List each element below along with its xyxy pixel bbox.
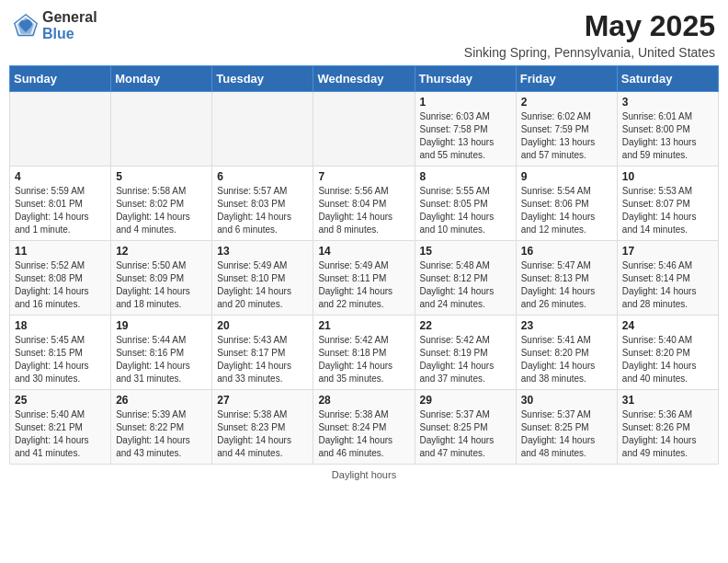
day-number: 28 [318, 394, 409, 407]
calendar-cell: 11Sunrise: 5:52 AM Sunset: 8:08 PM Dayli… [10, 241, 111, 316]
logo-icon [13, 13, 39, 39]
day-info: Sunrise: 5:49 AM Sunset: 8:10 PM Dayligh… [217, 259, 308, 311]
calendar-cell: 9Sunrise: 5:54 AM Sunset: 8:06 PM Daylig… [516, 167, 617, 241]
day-number: 9 [521, 170, 612, 183]
day-number: 16 [521, 245, 612, 258]
day-number: 22 [420, 319, 511, 332]
logo-text: General Blue [42, 9, 97, 41]
day-number: 5 [116, 170, 207, 183]
location: Sinking Spring, Pennsylvania, United Sta… [464, 45, 715, 60]
calendar-cell: 30Sunrise: 5:37 AM Sunset: 8:25 PM Dayli… [516, 390, 617, 465]
calendar-cell: 28Sunrise: 5:38 AM Sunset: 8:24 PM Dayli… [313, 390, 415, 465]
day-number: 20 [217, 319, 308, 332]
calendar-cell: 20Sunrise: 5:43 AM Sunset: 8:17 PM Dayli… [212, 316, 313, 390]
day-number: 3 [622, 96, 713, 109]
logo-general: General [42, 9, 97, 26]
day-info: Sunrise: 5:50 AM Sunset: 8:09 PM Dayligh… [116, 259, 207, 311]
day-number: 21 [318, 319, 409, 332]
calendar-cell [111, 92, 212, 167]
day-info: Sunrise: 5:47 AM Sunset: 8:13 PM Dayligh… [521, 259, 612, 311]
day-number: 6 [217, 170, 308, 183]
calendar-cell: 25Sunrise: 5:40 AM Sunset: 8:21 PM Dayli… [10, 390, 111, 465]
day-info: Sunrise: 5:43 AM Sunset: 8:17 PM Dayligh… [217, 334, 308, 385]
logo: General Blue [13, 9, 97, 41]
day-number: 19 [116, 319, 207, 332]
calendar-cell: 6Sunrise: 5:57 AM Sunset: 8:03 PM Daylig… [212, 167, 313, 241]
day-info: Sunrise: 5:48 AM Sunset: 8:12 PM Dayligh… [420, 259, 511, 311]
day-info: Sunrise: 5:39 AM Sunset: 8:22 PM Dayligh… [116, 408, 207, 460]
day-number: 7 [318, 170, 409, 183]
day-info: Sunrise: 5:58 AM Sunset: 8:02 PM Dayligh… [116, 185, 207, 236]
calendar-cell: 17Sunrise: 5:46 AM Sunset: 8:14 PM Dayli… [617, 241, 718, 316]
calendar-cell: 26Sunrise: 5:39 AM Sunset: 8:22 PM Dayli… [111, 390, 212, 465]
day-info: Sunrise: 5:46 AM Sunset: 8:14 PM Dayligh… [622, 259, 713, 311]
calendar-cell: 18Sunrise: 5:45 AM Sunset: 8:15 PM Dayli… [10, 316, 111, 390]
calendar-cell: 3Sunrise: 6:01 AM Sunset: 8:00 PM Daylig… [617, 92, 718, 167]
day-info: Sunrise: 6:03 AM Sunset: 7:58 PM Dayligh… [420, 110, 511, 162]
day-info: Sunrise: 5:40 AM Sunset: 8:21 PM Dayligh… [15, 408, 106, 460]
day-number: 23 [521, 319, 612, 332]
day-number: 12 [116, 245, 207, 258]
day-info: Sunrise: 5:53 AM Sunset: 8:07 PM Dayligh… [622, 185, 713, 236]
calendar-cell: 4Sunrise: 5:59 AM Sunset: 8:01 PM Daylig… [10, 167, 111, 241]
calendar-cell: 2Sunrise: 6:02 AM Sunset: 7:59 PM Daylig… [516, 92, 617, 167]
calendar-week-row: 11Sunrise: 5:52 AM Sunset: 8:08 PM Dayli… [10, 241, 719, 316]
day-number: 4 [15, 170, 106, 183]
calendar-cell: 15Sunrise: 5:48 AM Sunset: 8:12 PM Dayli… [415, 241, 516, 316]
day-number: 18 [15, 319, 106, 332]
logo-blue: Blue [42, 26, 97, 42]
day-info: Sunrise: 5:42 AM Sunset: 8:18 PM Dayligh… [318, 334, 409, 385]
calendar-week-row: 18Sunrise: 5:45 AM Sunset: 8:15 PM Dayli… [10, 316, 719, 390]
day-number: 29 [420, 394, 511, 407]
calendar-day-header: Sunday [10, 66, 111, 92]
day-number: 24 [622, 319, 713, 332]
calendar-day-header: Friday [516, 66, 617, 92]
day-number: 15 [420, 245, 511, 258]
calendar-cell: 1Sunrise: 6:03 AM Sunset: 7:58 PM Daylig… [415, 92, 516, 167]
day-info: Sunrise: 6:01 AM Sunset: 8:00 PM Dayligh… [622, 110, 713, 162]
day-info: Sunrise: 5:38 AM Sunset: 8:24 PM Dayligh… [318, 408, 409, 460]
calendar-cell: 24Sunrise: 5:40 AM Sunset: 8:20 PM Dayli… [617, 316, 718, 390]
day-number: 17 [622, 245, 713, 258]
day-number: 1 [420, 96, 511, 109]
calendar-cell [10, 92, 111, 167]
calendar-day-header: Tuesday [212, 66, 313, 92]
day-info: Sunrise: 5:37 AM Sunset: 8:25 PM Dayligh… [420, 408, 511, 460]
calendar-cell: 7Sunrise: 5:56 AM Sunset: 8:04 PM Daylig… [313, 167, 415, 241]
month-year: May 2025 [464, 9, 715, 43]
day-info: Sunrise: 5:41 AM Sunset: 8:20 PM Dayligh… [521, 334, 612, 385]
calendar-cell: 19Sunrise: 5:44 AM Sunset: 8:16 PM Dayli… [111, 316, 212, 390]
calendar-cell: 16Sunrise: 5:47 AM Sunset: 8:13 PM Dayli… [516, 241, 617, 316]
day-number: 10 [622, 170, 713, 183]
calendar-cell: 27Sunrise: 5:38 AM Sunset: 8:23 PM Dayli… [212, 390, 313, 465]
calendar-cell: 29Sunrise: 5:37 AM Sunset: 8:25 PM Dayli… [415, 390, 516, 465]
day-info: Sunrise: 5:49 AM Sunset: 8:11 PM Dayligh… [318, 259, 409, 311]
calendar-cell: 21Sunrise: 5:42 AM Sunset: 8:18 PM Dayli… [313, 316, 415, 390]
day-info: Sunrise: 5:38 AM Sunset: 8:23 PM Dayligh… [217, 408, 308, 460]
day-info: Sunrise: 5:45 AM Sunset: 8:15 PM Dayligh… [15, 334, 106, 385]
calendar-day-header: Wednesday [313, 66, 415, 92]
day-number: 26 [116, 394, 207, 407]
calendar-cell: 23Sunrise: 5:41 AM Sunset: 8:20 PM Dayli… [516, 316, 617, 390]
day-info: Sunrise: 6:02 AM Sunset: 7:59 PM Dayligh… [521, 110, 612, 162]
day-info: Sunrise: 5:36 AM Sunset: 8:26 PM Dayligh… [622, 408, 713, 460]
calendar-day-header: Saturday [617, 66, 718, 92]
day-number: 11 [15, 245, 106, 258]
calendar-day-header: Monday [111, 66, 212, 92]
day-info: Sunrise: 5:44 AM Sunset: 8:16 PM Dayligh… [116, 334, 207, 385]
calendar-cell [313, 92, 415, 167]
calendar-cell: 22Sunrise: 5:42 AM Sunset: 8:19 PM Dayli… [415, 316, 516, 390]
calendar-day-header: Thursday [415, 66, 516, 92]
day-info: Sunrise: 5:52 AM Sunset: 8:08 PM Dayligh… [15, 259, 106, 311]
calendar-week-row: 25Sunrise: 5:40 AM Sunset: 8:21 PM Dayli… [10, 390, 719, 465]
calendar-week-row: 4Sunrise: 5:59 AM Sunset: 8:01 PM Daylig… [10, 167, 719, 241]
calendar-cell: 14Sunrise: 5:49 AM Sunset: 8:11 PM Dayli… [313, 241, 415, 316]
calendar-cell [212, 92, 313, 167]
day-info: Sunrise: 5:54 AM Sunset: 8:06 PM Dayligh… [521, 185, 612, 236]
day-number: 13 [217, 245, 308, 258]
day-number: 31 [622, 394, 713, 407]
day-info: Sunrise: 5:56 AM Sunset: 8:04 PM Dayligh… [318, 185, 409, 236]
calendar-cell: 8Sunrise: 5:55 AM Sunset: 8:05 PM Daylig… [415, 167, 516, 241]
day-number: 14 [318, 245, 409, 258]
calendar-cell: 31Sunrise: 5:36 AM Sunset: 8:26 PM Dayli… [617, 390, 718, 465]
